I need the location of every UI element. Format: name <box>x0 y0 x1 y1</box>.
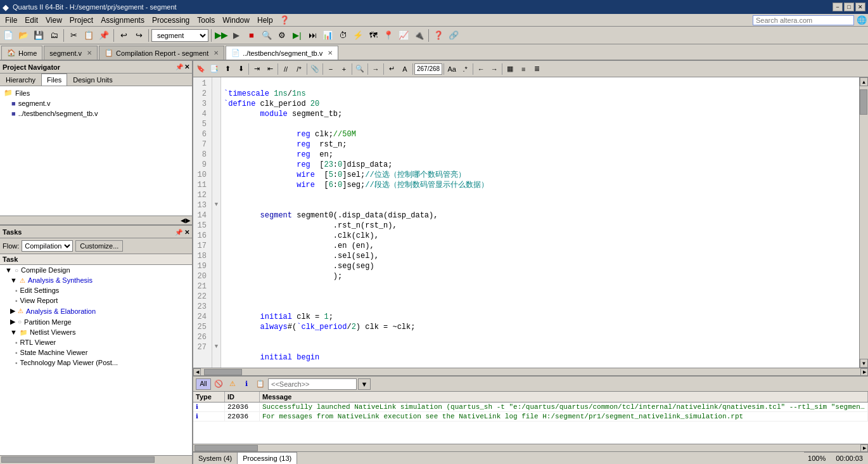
et-next-bookmark-btn[interactable]: ⬇ <box>234 63 247 75</box>
et-regex-btn[interactable]: .* <box>459 63 471 75</box>
et-unfold-btn[interactable]: + <box>338 63 350 75</box>
scroll-up-arrow[interactable]: ▲ <box>860 77 868 86</box>
et-font-btn[interactable]: A <box>399 63 411 75</box>
task-view-report[interactable]: ▪ View Report <box>0 295 192 306</box>
et-goto-btn[interactable]: → <box>369 63 382 75</box>
msg-error-btn[interactable]: 🚫 <box>212 378 225 390</box>
tab-segment-v[interactable]: segment.v ✕ <box>44 46 98 60</box>
et-comment-btn[interactable]: // <box>279 63 292 75</box>
task-expand-ae[interactable]: ▶ <box>8 307 15 315</box>
more-btn[interactable]: ⚙ <box>275 29 289 42</box>
menu-assignments[interactable]: Assignments <box>97 15 148 26</box>
cut-button[interactable]: ✂ <box>67 29 80 42</box>
help-btn[interactable]: ❓ <box>431 29 445 42</box>
paste-button[interactable]: 📌 <box>97 29 111 42</box>
task-rtl-viewer[interactable]: ▪ RTL Viewer <box>0 337 192 347</box>
et-prev-bookmark-btn[interactable]: ⬆ <box>221 63 234 75</box>
msg-search-dropdown-btn[interactable]: ▼ <box>358 378 371 390</box>
msg-scroll-right-btn[interactable]: ▶ <box>860 444 868 452</box>
save-button[interactable]: 💾 <box>32 29 46 42</box>
et-findrep-btn[interactable]: 🔍 <box>354 63 366 75</box>
menu-project[interactable]: Project <box>66 15 97 26</box>
scroll-left-arrow[interactable]: ◀ <box>193 368 201 376</box>
program-btn[interactable]: 🔌 <box>412 29 426 42</box>
tab-testbench-close[interactable]: ✕ <box>328 49 333 56</box>
menu-file[interactable]: File <box>1 15 21 26</box>
scroll-thumb[interactable] <box>860 89 867 115</box>
menu-processing[interactable]: Processing <box>148 15 193 26</box>
task-analysis-synthesis[interactable]: ▼ ⚠ Analysis & Synthesis <box>0 275 192 285</box>
fold-marker-13[interactable]: ▼ <box>212 199 220 209</box>
search-input[interactable] <box>753 15 854 25</box>
new-button[interactable]: 📄 <box>1 29 15 42</box>
msg-hscroll-track[interactable] <box>193 445 860 451</box>
et-bookmarks-btn[interactable]: 📑 <box>208 63 220 75</box>
compile-button[interactable]: ▶▶ <box>214 29 228 42</box>
rtl-view-button[interactable]: 🔍 <box>260 29 274 42</box>
et-bookmark-btn[interactable]: 🔖 <box>195 63 207 75</box>
task-label-analysis-synthesis[interactable]: Analysis & Synthesis <box>28 276 93 284</box>
et-back-btn[interactable]: ← <box>475 63 487 75</box>
task-expand-pm[interactable]: ▶ <box>8 318 15 326</box>
maximize-button[interactable]: □ <box>844 3 854 11</box>
tab-segment-v-close[interactable]: ✕ <box>87 49 92 56</box>
et-align2-btn[interactable]: ≣ <box>530 63 543 75</box>
pin-planner-btn[interactable]: 📍 <box>381 29 395 42</box>
run-sim-button[interactable]: ▶| <box>290 29 304 42</box>
msg-all-btn[interactable]: All <box>196 378 211 390</box>
bottom-tab-processing[interactable]: Processing (13) <box>238 453 297 464</box>
rtl-btn[interactable]: 📊 <box>321 29 335 42</box>
flow-select[interactable]: Compilation <box>22 240 73 252</box>
et-fold-btn[interactable]: − <box>324 63 337 75</box>
msg-warning-btn[interactable]: ⚠ <box>226 378 239 390</box>
save-all-button[interactable]: 🗂 <box>47 29 61 42</box>
task-scrollbar-track[interactable] <box>0 456 192 463</box>
msg-extra-btn[interactable]: 📋 <box>254 378 267 390</box>
scroll-track[interactable] <box>860 86 868 359</box>
msg-hscroll-thumb[interactable] <box>195 445 258 451</box>
tasks-close-button[interactable]: ✕ <box>184 229 189 236</box>
nav-tab-design-units[interactable]: Design Units <box>67 74 118 86</box>
msg-info-btn[interactable]: ℹ <box>240 378 253 390</box>
signaltap-btn[interactable]: 📈 <box>397 29 411 42</box>
et-wordwrap-btn[interactable]: ↵ <box>385 63 398 75</box>
power-btn[interactable]: ⚡ <box>351 29 365 42</box>
timing-btn[interactable]: ⏱ <box>336 29 350 42</box>
menu-tools[interactable]: Tools <box>193 15 219 26</box>
menu-help[interactable]: Help <box>253 15 277 26</box>
task-edit-settings[interactable]: ▪ Edit Settings <box>0 285 192 295</box>
redo-button[interactable]: ↪ <box>132 29 146 42</box>
task-state-machine[interactable]: ▪ State Machine Viewer <box>0 347 192 358</box>
close-button[interactable]: ✕ <box>855 3 865 11</box>
task-expand-compile[interactable]: ▼ <box>3 266 12 274</box>
et-more-btn[interactable]: ▦ <box>504 63 516 75</box>
open-button[interactable]: 📂 <box>16 29 30 42</box>
tab-testbench[interactable]: 📄 ../testbench/segment_tb.v ✕ <box>226 46 338 60</box>
panel-close-button[interactable]: ✕ <box>184 63 189 70</box>
task-netlist-viewers[interactable]: ▼ 📁 Netlist Viewers <box>0 327 192 337</box>
et-clip-btn[interactable]: 📎 <box>309 63 321 75</box>
file-testbench[interactable]: ■ ../testbench/segment_tb.v <box>1 108 191 119</box>
et-uncomment-btn[interactable]: /* <box>293 63 305 75</box>
menu-edit[interactable]: Edit <box>21 15 42 26</box>
task-expand-as[interactable]: ▼ <box>8 276 17 284</box>
menu-view[interactable]: View <box>42 15 66 26</box>
et-align-btn[interactable]: ≡ <box>517 63 530 75</box>
nav-tab-files[interactable]: Files <box>41 74 67 86</box>
stop-button[interactable]: ■ <box>245 29 258 42</box>
file-segment-v[interactable]: ■ segment.v <box>1 98 191 108</box>
bottom-tab-system[interactable]: System (4) <box>193 453 238 464</box>
step-btn[interactable]: ⏭ <box>305 29 319 42</box>
hscroll-thumb[interactable] <box>204 369 242 375</box>
tab-compilation-report[interactable]: 📋 Compilation Report - segment ✕ <box>99 46 224 60</box>
task-partition-merge[interactable]: ▶ ○ Partition Merge <box>0 316 192 327</box>
undo-button[interactable]: ↩ <box>117 29 131 42</box>
task-compile-design[interactable]: ▼ ○ Compile Design <box>0 265 192 275</box>
help-icon[interactable]: ❓ <box>279 15 290 25</box>
hscroll-track[interactable] <box>201 369 860 375</box>
task-expand-nv[interactable]: ▼ <box>8 328 17 336</box>
nav-tab-hierarchy[interactable]: Hierarchy <box>0 74 41 86</box>
panel-pin-button[interactable]: 📌 <box>176 63 183 70</box>
start-analysis-button[interactable]: ▶ <box>229 29 243 42</box>
scroll-down-arrow[interactable]: ▼ <box>860 359 868 368</box>
